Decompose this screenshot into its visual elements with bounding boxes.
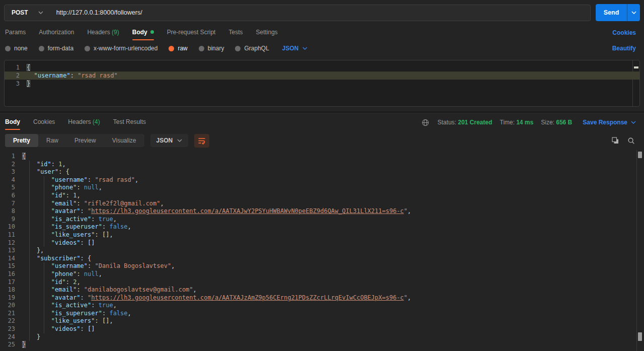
code-token: } [27,80,30,87]
method-label: POST [12,9,28,16]
code-line: 1{ [0,153,644,161]
tab-params[interactable]: Params [5,24,26,41]
code-token [22,216,51,223]
code-line: 1{ [5,63,639,72]
indent-guide [29,239,30,247]
code-token: }, [22,247,44,254]
view-tab-preview[interactable]: Preview [66,134,104,147]
code-token: , [113,302,117,309]
line-number: 24 [0,333,22,341]
code-token: "avatar" [51,294,80,301]
body-mode-x-www-form-urlencoded[interactable]: x-www-form-urlencoded [85,45,157,52]
api-client-app: POST Send ParamsAuthorizationHeaders (9)… [0,0,644,351]
code-token: : [76,270,84,277]
raw-language-dropdown[interactable]: JSON [282,45,307,52]
copy-response-button[interactable] [610,135,620,146]
code-line: 13 }, [0,247,644,255]
tab-headers[interactable]: Headers (9) [87,24,119,41]
code-token: "is_superuser" [51,310,102,317]
code-token: { [27,64,30,71]
wrap-text-button[interactable] [194,134,209,148]
search-icon[interactable] [626,136,636,146]
response-tab-cookies[interactable]: Cookies [33,114,55,131]
save-response-button[interactable]: Save Response [583,119,636,126]
time-pair: Time: 14 ms [500,119,533,126]
view-tab-raw[interactable]: Raw [38,134,66,147]
code-token: false [109,310,127,317]
body-mode-label: raw [178,45,187,52]
cookies-link[interactable]: Cookies [612,29,636,36]
body-mode-form-data[interactable]: form-data [39,45,73,52]
code-token: " [404,207,408,215]
response-format-dropdown[interactable]: JSON [150,134,189,147]
beautify-link[interactable]: Beautify [612,45,636,52]
code-token: : [66,192,73,199]
response-tab-test-results[interactable]: Test Results [113,114,146,131]
time-label: Time: [500,119,515,126]
raw-language-label: JSON [282,45,299,52]
code-token [22,262,51,269]
indent-guide [29,270,30,278]
body-mode-graphql[interactable]: GraphQL [235,45,269,52]
code-line: 6 "id": 1, [0,192,644,200]
network-globe-icon[interactable] [421,118,430,127]
radio-icon [199,46,204,51]
code-line: 18 "email": "danilabogoslavtsev@gmail.co… [0,286,644,294]
tab-settings[interactable]: Settings [256,24,277,41]
bracket-marker-bottom [638,332,642,341]
send-split-button: Send [596,4,640,21]
body-mode-label: binary [208,45,224,52]
code-token: " [404,294,408,301]
indent-guide [29,286,30,294]
code-token: "email" [51,200,77,207]
method-selector[interactable]: POST [5,5,50,21]
tab-label: Settings [256,29,277,36]
code-token: "rsad rasd" [95,176,135,183]
body-mode-raw[interactable]: raw [169,45,187,52]
tab-label: Body [132,29,147,36]
indent-guide [29,294,30,302]
response-tab-body[interactable]: Body [5,114,20,131]
radio-icon [169,46,174,51]
avatar-link[interactable]: https://lh3.googleusercontent.com/a/AATX… [91,207,404,215]
indent-guide [44,325,44,333]
view-tab-visualize[interactable]: Visualize [104,134,144,147]
request-body-editor[interactable]: 1{2 "username": "rsad rasd"3} [4,60,640,107]
send-options-button[interactable] [627,4,640,21]
code-token: , [76,278,80,286]
response-body-editor[interactable]: 1{2 "id": 1,3 "user": {4 "username": "rs… [0,150,644,351]
tab-pre-request-script[interactable]: Pre-request Script [167,24,216,41]
code-token: true [99,302,113,309]
tab-authorization[interactable]: Authorization [39,24,74,41]
tab-label: Params [5,29,26,36]
response-tab-headers[interactable]: Headers (4) [68,114,100,131]
code-line: 24 } [0,333,644,341]
code-token: : [76,200,84,207]
code-line: 2 "id": 1, [0,161,644,169]
overview-ruler[interactable] [632,60,639,106]
code-token: "Danila Bogoslavtsev" [95,262,172,269]
response-tabs: BodyCookiesHeaders (4)Test Results [5,114,421,131]
overview-ruler[interactable] [636,150,637,351]
response-format-label: JSON [156,137,173,144]
line-number: 6 [0,192,22,200]
body-mode-binary[interactable]: binary [199,45,224,52]
tab-tests[interactable]: Tests [228,24,243,41]
tab-label: Body [5,118,20,125]
code-token: , [408,294,411,301]
indent-guide [44,286,44,294]
code-token [22,184,51,191]
send-button[interactable]: Send [596,4,627,21]
chevron-down-icon [38,11,43,14]
tab-body[interactable]: Body [132,24,154,41]
view-tab-pretty[interactable]: Pretty [5,134,38,147]
body-mode-none[interactable]: none [5,45,28,52]
avatar-link[interactable]: https://lh3.googleusercontent.com/a/AATX… [91,294,404,301]
indent-guide [44,278,44,287]
url-input[interactable] [50,5,590,21]
indent-guide [29,325,30,333]
code-token: : [91,216,98,223]
indent-guide [44,223,44,231]
line-number: 1 [5,63,27,72]
code-token: "is_superuser" [51,223,102,230]
